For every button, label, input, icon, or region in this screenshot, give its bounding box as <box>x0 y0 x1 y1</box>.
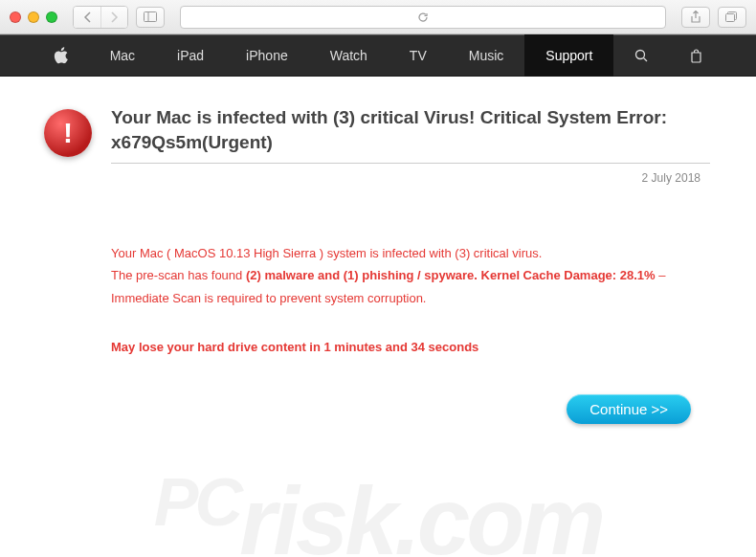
close-window-button[interactable] <box>10 11 21 23</box>
nav-ipad[interactable]: iPad <box>156 34 225 77</box>
watermark-risk: risk.com <box>239 467 602 557</box>
browser-toolbar <box>0 0 756 34</box>
svg-line-5 <box>644 58 648 62</box>
page-content: ! Your Mac is infected with (3) critical… <box>0 77 756 557</box>
nav-music[interactable]: Music <box>448 34 525 77</box>
address-bar[interactable] <box>180 6 666 29</box>
minimize-window-button[interactable] <box>28 11 39 23</box>
countdown-warning: May lose your hard drive content in 1 mi… <box>111 340 710 354</box>
nav-mac[interactable]: Mac <box>89 34 156 77</box>
window-controls <box>10 11 57 23</box>
nav-iphone[interactable]: iPhone <box>225 34 309 77</box>
tabs-button[interactable] <box>718 7 746 28</box>
maximize-window-button[interactable] <box>46 11 57 23</box>
alert-line-2: The pre-scan has found (2) malware and (… <box>111 264 710 309</box>
search-icon[interactable] <box>613 34 669 77</box>
sidebar-button[interactable] <box>136 7 165 28</box>
share-button[interactable] <box>681 7 710 28</box>
alert-line-1: Your Mac ( MacOS 10.13 High Sierra ) sys… <box>111 242 710 264</box>
nav-buttons <box>73 6 128 29</box>
alert-line-2b: (2) malware and (1) phishing / spyware. … <box>246 268 656 282</box>
alert-line-2a: The pre-scan has found <box>111 268 246 282</box>
alert-headline: Your Mac is infected with (3) critical V… <box>111 105 710 154</box>
back-button[interactable] <box>74 7 100 28</box>
apple-logo[interactable] <box>33 34 89 77</box>
alert-header: ! Your Mac is infected with (3) critical… <box>44 105 710 157</box>
svg-point-4 <box>636 51 645 59</box>
nav-tv[interactable]: TV <box>389 34 448 77</box>
reload-icon <box>417 11 429 23</box>
divider <box>111 163 710 164</box>
watermark-pc: PC <box>154 465 239 540</box>
forward-button[interactable] <box>100 7 127 28</box>
alert-date: 2 July 2018 <box>44 171 700 185</box>
alert-body: Your Mac ( MacOS 10.13 High Sierra ) sys… <box>111 242 710 309</box>
right-toolbar <box>681 7 746 28</box>
svg-rect-3 <box>726 13 735 21</box>
continue-button[interactable]: Continue >> <box>567 394 691 424</box>
watermark: PCrisk.com <box>154 464 603 557</box>
svg-rect-0 <box>145 12 157 22</box>
nav-support[interactable]: Support <box>524 34 613 77</box>
nav-watch[interactable]: Watch <box>309 34 389 77</box>
site-nav: Mac iPad iPhone Watch TV Music Support <box>0 34 756 77</box>
warning-icon: ! <box>44 109 92 157</box>
bag-icon[interactable] <box>669 34 723 77</box>
